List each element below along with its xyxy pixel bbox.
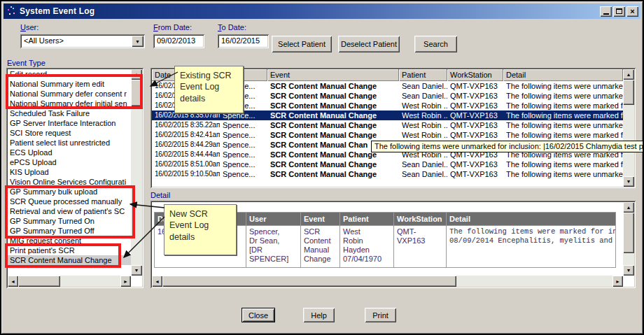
from-date-input[interactable]: 09/02/2013 xyxy=(153,34,204,48)
red-highlight-national-summary xyxy=(6,74,143,109)
column-header-event[interactable]: Event xyxy=(267,69,399,81)
cell-date: 16/02/2015 8:44.44am xyxy=(152,150,220,159)
detail-hscroll-thumb[interactable] xyxy=(162,276,456,287)
cell-workstation: QMT-VXP163 xyxy=(447,120,503,130)
cell-date: 16/02/2015 8:44.29am xyxy=(152,140,220,150)
titlebar-buttons: × xyxy=(600,6,638,17)
cell-date: 16/02/2015 8:51.00am xyxy=(152,159,220,169)
list-scroll-down-icon[interactable]: ▼ xyxy=(131,265,142,276)
detail-scroll-down-icon[interactable]: ▼ xyxy=(623,265,634,276)
cell-user: Spence... xyxy=(220,169,267,179)
cell-user: Spence... xyxy=(220,140,267,150)
help-button[interactable]: Help xyxy=(303,308,335,322)
event-type-label: Event Type xyxy=(7,59,46,67)
cell-workstation: QMT-VXP163 xyxy=(447,91,503,101)
table-row[interactable]: 16/02/2015 8:42.41am Spence... SCR Conte… xyxy=(152,130,623,140)
table-row[interactable]: 16/02/2015 9:10.50am Spence... SCR Conte… xyxy=(152,169,623,179)
cell-patient: West Robin ... xyxy=(399,130,447,140)
cell-user: Spence... xyxy=(220,120,267,130)
dropdown-arrow-icon[interactable]: ▼ xyxy=(132,36,144,47)
close-button[interactable]: Close xyxy=(241,308,275,322)
event-type-option[interactable]: KIS Upload xyxy=(8,167,131,177)
event-type-option[interactable]: SCI Store request xyxy=(8,128,131,138)
cell-workstation: QMT-VXP163 xyxy=(447,101,503,111)
cell-user: Spence... xyxy=(220,150,267,159)
detail-header-detail: Detail xyxy=(447,212,616,226)
cell-patient: West Robin ... xyxy=(399,120,447,130)
detail-header-patient: Patient xyxy=(340,212,394,226)
user-select-value: <All Users> xyxy=(20,34,130,48)
cell-detail: The following items were marked f... xyxy=(503,101,623,111)
event-type-option[interactable]: GP Server Interface Interaction xyxy=(8,118,131,128)
event-type-option[interactable]: Patient select list unrestricted xyxy=(8,138,131,148)
cell-event: SCR Content Manual Change xyxy=(267,91,399,101)
detail-tooltip: The following items were unmarked for in… xyxy=(371,141,643,152)
detail-scroll-left-icon[interactable]: ◄ xyxy=(152,276,162,287)
detail-vscroll-thumb[interactable] xyxy=(623,213,634,253)
list-scroll-right-icon[interactable]: ► xyxy=(120,276,131,287)
event-type-option[interactable]: ePCS Upload xyxy=(8,157,131,167)
column-header-detail[interactable]: Detail xyxy=(503,69,623,81)
cell-detail: The following items were marked f... xyxy=(503,130,623,140)
from-date-label: From Date: xyxy=(153,23,192,31)
table-row[interactable]: 16/02/2015 8:35.22am Spence... SCR Conte… xyxy=(152,120,623,130)
maximize-icon xyxy=(616,8,622,14)
table-scroll-down-icon[interactable]: ▼ xyxy=(623,176,634,187)
column-header-patient[interactable]: Patient xyxy=(399,69,447,81)
detail-cell-patient: West Robin Hayden 07/04/1970 xyxy=(340,226,394,268)
user-select[interactable]: <All Users> ▼ xyxy=(20,34,145,48)
cell-patient: West Robin ... xyxy=(399,111,447,120)
cell-workstation: QMT-VXP163 xyxy=(447,81,503,91)
cell-user: Spence... xyxy=(220,159,267,169)
table-scroll-up-icon[interactable]: ▲ xyxy=(623,69,634,80)
cell-user: Spence... xyxy=(220,130,267,140)
print-button[interactable]: Print xyxy=(365,308,396,322)
app-icon xyxy=(6,6,17,17)
cell-event: SCR Content Manual Change xyxy=(267,130,399,140)
cell-patient: Sean Daniel... xyxy=(399,81,447,91)
close-window-button[interactable]: × xyxy=(626,6,638,17)
cell-detail: The following items were unmarke... xyxy=(503,169,623,179)
title-bar[interactable]: System Event Log × xyxy=(4,3,640,19)
detail-cell-user: Spencer, Dr Sean, [DR SPENCER] xyxy=(246,226,301,268)
detail-cell-event: SCR Content Manual Change xyxy=(301,226,340,268)
list-hscroll-thumb[interactable] xyxy=(18,276,60,287)
to-date-label: To Date: xyxy=(218,23,246,31)
cell-patient: Sean Daniel... xyxy=(399,91,447,101)
event-type-option[interactable]: ECS Upload xyxy=(8,148,131,157)
list-scroll-left-icon[interactable]: ◄ xyxy=(8,276,18,287)
search-button[interactable]: Search xyxy=(414,36,457,52)
cell-workstation: QMT-VXP163 xyxy=(447,130,503,140)
detail-cell-detail: The following items were marked for inc … xyxy=(447,226,616,268)
system-event-log-window: System Event Log × User: <All Users> ▼ F… xyxy=(0,0,644,335)
cell-workstation: QMT-VXP163 xyxy=(447,169,503,179)
cell-detail: The following items were unmarke... xyxy=(503,120,623,130)
detail-header-workstation: WorkStation xyxy=(394,212,447,226)
table-row[interactable]: 16/02/2015 8:51.00am Spence... SCR Conte… xyxy=(152,159,623,169)
cell-date: 16/02/2015 8:35.22am xyxy=(152,120,220,130)
minimize-button[interactable] xyxy=(600,6,612,17)
cell-workstation: QMT-VXP163 xyxy=(447,159,503,169)
column-header-workstation[interactable]: WorkStation xyxy=(447,69,503,81)
deselect-patient-button[interactable]: Deselect Patient xyxy=(338,36,400,52)
cell-detail: The following items were marked f... xyxy=(503,159,623,169)
minimize-icon xyxy=(603,13,609,15)
cell-patient: Sean Daniel... xyxy=(399,169,447,179)
cell-event: SCR Content Manual Change xyxy=(267,159,399,169)
detail-header-event: Event xyxy=(301,212,340,226)
callout-existing-scr: Existing SCR Event Log details xyxy=(174,66,244,113)
event-type-option[interactable]: Scheduled Task Failure xyxy=(8,108,131,118)
cell-date: 16/02/2015 9:10.50am xyxy=(152,169,220,179)
table-vscroll-thumb[interactable] xyxy=(623,80,634,105)
to-date-input[interactable]: 16/02/2015 xyxy=(218,34,269,48)
callout-new-scr: New SCR Event Log details xyxy=(164,204,237,255)
cell-patient: West Robin ... xyxy=(399,101,447,111)
detail-header-user: User xyxy=(246,212,301,226)
detail-scroll-up-icon[interactable]: ▲ xyxy=(623,202,634,213)
detail-scroll-right-icon[interactable]: ► xyxy=(612,276,623,287)
maximize-button[interactable] xyxy=(613,6,625,17)
cell-event: SCR Content Manual Change xyxy=(267,120,399,130)
cell-workstation: QMT-VXP163 xyxy=(447,111,503,120)
cell-detail: The following items were unmarke... xyxy=(503,81,623,91)
select-patient-button[interactable]: Select Patient xyxy=(272,36,332,52)
